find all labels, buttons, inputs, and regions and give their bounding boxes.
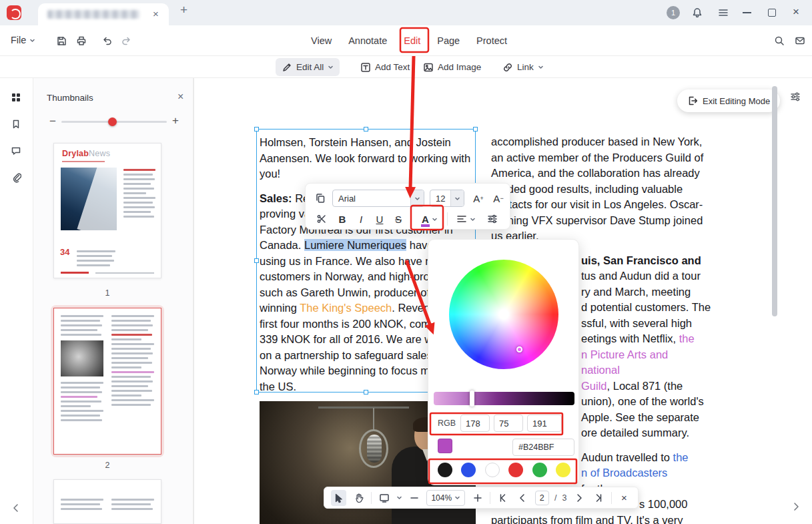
menu-tab-edit[interactable]: Edit (404, 33, 420, 48)
last-page-icon[interactable] (592, 490, 606, 506)
undo-icon[interactable] (101, 35, 112, 46)
edit-all-button[interactable]: Edit All (276, 58, 340, 76)
save-icon[interactable] (56, 35, 67, 46)
shade-slider[interactable] (434, 392, 574, 405)
preset-color-swatch[interactable] (438, 463, 452, 477)
window-close-icon[interactable]: × (793, 5, 799, 19)
underline-button[interactable]: U (371, 210, 388, 228)
thumbnail-zoom-slider-handle[interactable] (108, 117, 117, 126)
menu-tab-page[interactable]: Page (437, 33, 460, 48)
pencil-icon (282, 62, 292, 73)
menu-tab-annotate[interactable]: Annotate (348, 33, 387, 48)
thumbnails-title: Thumbnails (47, 93, 93, 103)
search-icon[interactable] (774, 35, 785, 46)
font-color-button[interactable]: A (416, 210, 443, 228)
document-page[interactable]: Holmsen, Torstein Hansen, and JosteinAan… (193, 78, 812, 524)
thumbnail-page-3[interactable] (53, 479, 161, 524)
comments-panel-icon[interactable] (11, 146, 21, 156)
exit-editing-mode-button[interactable]: Exit Editing Mode (677, 89, 780, 112)
decrease-font-button[interactable]: A− (490, 190, 507, 207)
redo-icon[interactable] (121, 35, 132, 46)
document-tab[interactable]: × (38, 3, 169, 25)
edit-all-label: Edit All (296, 62, 324, 72)
page-view-mode-icon[interactable] (377, 490, 391, 506)
cut-icon[interactable] (314, 211, 330, 227)
vertical-scrollbar[interactable] (772, 86, 777, 316)
preset-color-swatch[interactable] (508, 463, 523, 477)
new-tab-icon[interactable]: + (180, 5, 187, 15)
thumbnail-page-1[interactable]: DrylabNews 34 (53, 143, 161, 278)
color-wheel-selector-dot[interactable] (516, 346, 522, 352)
strikethrough-button[interactable]: S (390, 210, 407, 228)
view-settings-icon[interactable] (790, 91, 801, 102)
resize-handle[interactable] (254, 390, 259, 395)
resize-handle[interactable] (364, 127, 368, 132)
add-image-icon (423, 62, 434, 73)
rgb-green-field[interactable]: 75 (494, 415, 523, 432)
notification-badge[interactable]: 1 (667, 6, 680, 19)
text-format-toolbar: Arial 12 A+ A− B I U S A (305, 183, 510, 230)
resize-handle[interactable] (364, 390, 368, 395)
bell-icon[interactable] (692, 7, 703, 18)
add-image-button[interactable]: Add Image (417, 58, 487, 76)
hamburger-menu-icon[interactable] (718, 7, 729, 18)
next-panel-chevron-icon[interactable] (791, 501, 801, 512)
tab-close-icon[interactable]: × (153, 9, 159, 19)
menu-tab-protect[interactable]: Protect (476, 33, 507, 48)
attachments-panel-icon[interactable] (11, 172, 21, 183)
rgb-blue-field[interactable]: 191 (527, 415, 562, 432)
menu-tab-view[interactable]: View (311, 33, 332, 48)
thumb2-photo (61, 340, 103, 376)
thumbnails-panel: Thumbnails × − + DrylabNews 34 1 2 (33, 78, 193, 524)
color-wheel[interactable] (449, 260, 558, 369)
hand-tool-icon[interactable] (352, 490, 366, 506)
shade-slider-handle[interactable] (470, 390, 474, 407)
resize-handle[interactable] (254, 258, 259, 263)
font-size-select[interactable]: 12 (430, 190, 464, 207)
mic-wire (373, 408, 374, 431)
select-tool-icon[interactable] (331, 490, 346, 506)
bold-button[interactable]: B (334, 210, 351, 228)
file-menu[interactable]: File (11, 35, 35, 45)
app-logo[interactable] (7, 5, 21, 20)
window-minimize-icon[interactable] (743, 12, 751, 13)
rgb-red-field[interactable]: 178 (460, 415, 490, 432)
thumbnails-panel-icon[interactable] (11, 92, 21, 103)
zoom-out-icon[interactable] (407, 490, 421, 506)
thumb2-text-lines (61, 315, 103, 338)
thumbnail-zoom-in-icon[interactable]: + (172, 114, 179, 127)
mail-icon[interactable] (795, 35, 805, 46)
next-page-icon[interactable] (572, 490, 586, 506)
zoom-level-select[interactable]: 104% (426, 490, 465, 506)
thumbnails-close-icon[interactable]: × (177, 91, 183, 103)
print-icon[interactable] (76, 35, 87, 46)
close-toolbar-icon[interactable]: × (617, 490, 631, 506)
file-menu-label: File (11, 35, 26, 45)
thumbnail-zoom-out-icon[interactable]: − (49, 115, 56, 128)
preset-color-swatch[interactable] (556, 463, 570, 477)
zoom-in-icon[interactable] (470, 490, 484, 506)
add-text-button[interactable]: Add Text (354, 58, 416, 76)
first-page-icon[interactable] (496, 490, 510, 506)
resize-handle[interactable] (254, 127, 259, 132)
preset-color-swatch[interactable] (461, 463, 476, 477)
resize-handle[interactable] (473, 127, 478, 132)
rgb-label: RGB (438, 419, 456, 428)
more-text-settings-icon[interactable] (484, 211, 500, 227)
link-button[interactable]: Link (496, 58, 550, 76)
collapse-panel-chevron-icon[interactable] (11, 503, 21, 513)
thumbnail-page-2[interactable] (53, 308, 161, 455)
preset-color-swatch[interactable] (532, 463, 547, 477)
hex-color-field[interactable]: #B24BBF (512, 439, 574, 456)
current-page-field[interactable]: 2 (535, 491, 549, 505)
italic-button[interactable]: I (352, 210, 370, 228)
window-maximize-icon[interactable] (768, 9, 776, 17)
previous-page-icon[interactable] (515, 490, 529, 506)
add-image-label: Add Image (438, 62, 481, 72)
increase-font-button[interactable]: A+ (470, 190, 487, 207)
font-family-select[interactable]: Arial (332, 190, 424, 207)
alignment-button[interactable] (452, 210, 479, 228)
preset-color-swatch[interactable] (485, 463, 500, 477)
bookmarks-panel-icon[interactable] (11, 119, 21, 129)
copy-icon[interactable] (312, 190, 328, 206)
